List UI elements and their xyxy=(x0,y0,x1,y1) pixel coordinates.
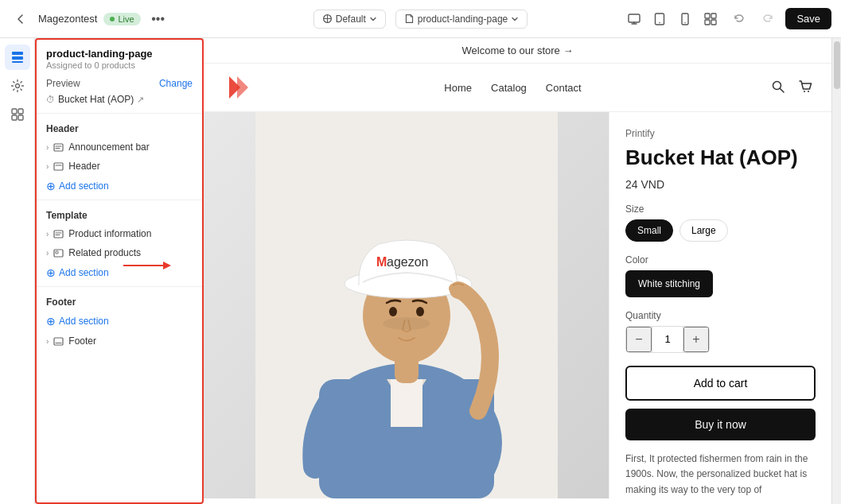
add-section-header-button[interactable]: ⊕ Add section xyxy=(37,176,202,196)
sidebar-settings-icon[interactable] xyxy=(5,73,30,99)
svg-rect-35 xyxy=(391,379,422,427)
nav-contact[interactable]: Contact xyxy=(546,82,582,94)
theme-selector[interactable]: Default xyxy=(313,10,386,29)
header-group-label: Header xyxy=(37,117,202,138)
color-options: White stitching xyxy=(625,270,816,297)
page-selector[interactable]: product-landing-page xyxy=(395,10,528,29)
sidebar-item-product-information[interactable]: › Product information xyxy=(37,224,202,243)
footer-label: Footer xyxy=(68,335,96,347)
sidebar-item-related-products[interactable]: › Related products xyxy=(37,243,202,262)
mobile-icon-btn[interactable] xyxy=(674,8,696,30)
topbar-center: Default product-landing-page xyxy=(286,10,555,29)
template-group-label: Template xyxy=(37,204,202,224)
product-section: M agezon xyxy=(204,112,831,498)
left-panel: product-landing-page Assigned to 0 produ… xyxy=(35,38,204,504)
panel-header: product-landing-page Assigned to 0 produ… xyxy=(37,40,202,73)
live-dot xyxy=(110,17,115,21)
product-name: Bucket Hat (AOP) xyxy=(625,145,816,170)
footer-group-label: Footer xyxy=(37,290,202,311)
undo-button[interactable] xyxy=(728,8,750,30)
quantity-value: 1 xyxy=(652,327,683,352)
buy-now-button[interactable]: Buy it now xyxy=(625,409,816,440)
cart-icon[interactable] xyxy=(798,79,812,96)
color-white-stitching-button[interactable]: White stitching xyxy=(625,270,713,297)
size-label: Size xyxy=(625,204,816,215)
svg-point-40 xyxy=(383,317,430,330)
product-details: Printify Bucket Hat (AOP) 24 VND Size Sm… xyxy=(609,112,831,498)
svg-rect-11 xyxy=(12,56,23,60)
header-group: Header › Announcement bar › Header ⊕ Add… xyxy=(37,117,202,196)
svg-point-30 xyxy=(808,91,809,92)
panel-subtitle: Assigned to 0 products xyxy=(46,60,193,70)
panel-title: product-landing-page xyxy=(46,48,193,60)
announcement-bar-label: Announcement bar xyxy=(68,142,149,153)
svg-point-3 xyxy=(660,21,661,23)
svg-point-5 xyxy=(685,21,686,22)
more-button[interactable]: ••• xyxy=(147,8,169,30)
search-icon[interactable] xyxy=(771,79,785,96)
divider-2 xyxy=(37,200,202,200)
size-small-button[interactable]: Small xyxy=(625,219,673,242)
sidebar-apps-icon[interactable] xyxy=(5,102,30,127)
grid-icon-btn[interactable] xyxy=(699,8,722,30)
chevron-icon: › xyxy=(46,249,49,258)
product-description: First, It protected fishermen from rain … xyxy=(625,452,816,498)
svg-rect-19 xyxy=(54,163,63,170)
svg-point-29 xyxy=(804,91,805,92)
preview-item: ⏱ Bucket Hat (AOP) ↗ xyxy=(46,94,144,105)
svg-marker-27 xyxy=(237,76,248,99)
preview-row: Preview Change xyxy=(37,73,202,94)
quantity-increase-button[interactable]: + xyxy=(683,327,709,352)
svg-rect-16 xyxy=(12,115,17,120)
save-button[interactable]: Save xyxy=(785,8,831,29)
change-link[interactable]: Change xyxy=(159,78,193,89)
main-layout: product-landing-page Assigned to 0 produ… xyxy=(0,38,841,504)
nav-home[interactable]: Home xyxy=(444,82,472,94)
redo-button[interactable] xyxy=(757,8,779,30)
size-options: Small Large xyxy=(625,219,816,242)
nav-links: Home Catalog Contact xyxy=(444,82,581,94)
svg-rect-1 xyxy=(629,14,640,22)
app-name: Magezontest xyxy=(38,13,97,25)
add-section-template-button[interactable]: ⊕ Add section xyxy=(37,262,202,283)
chevron-icon: › xyxy=(46,337,49,346)
store-nav: Home Catalog Contact xyxy=(204,64,831,112)
nav-actions xyxy=(771,79,812,96)
divider-3 xyxy=(37,286,202,287)
plus-circle-icon: ⊕ xyxy=(46,266,56,279)
product-information-label: Product information xyxy=(68,228,151,239)
svg-rect-22 xyxy=(56,251,58,254)
quantity-decrease-button[interactable]: − xyxy=(626,327,652,352)
svg-rect-7 xyxy=(711,14,716,18)
sidebar-icons xyxy=(0,38,35,504)
plus-circle-icon: ⊕ xyxy=(46,180,56,192)
tablet-icon-btn[interactable] xyxy=(648,8,671,30)
svg-rect-15 xyxy=(18,109,23,114)
size-large-button[interactable]: Large xyxy=(679,219,728,242)
back-button[interactable] xyxy=(10,8,32,30)
scrollbar-track xyxy=(831,38,841,504)
sidebar-item-announcement-bar[interactable]: › Announcement bar xyxy=(37,138,202,157)
section-icon xyxy=(53,248,64,258)
svg-text:agezon: agezon xyxy=(387,255,429,269)
desktop-icon-btn[interactable] xyxy=(623,8,645,30)
chevron-icon: › xyxy=(46,230,49,238)
preview-item-row: ⏱ Bucket Hat (AOP) ↗ xyxy=(37,94,202,110)
svg-rect-8 xyxy=(705,20,710,25)
add-to-cart-button[interactable]: Add to cart xyxy=(625,366,816,401)
device-icons xyxy=(623,8,722,30)
chevron-icon: › xyxy=(46,143,49,152)
svg-point-39 xyxy=(416,307,424,316)
external-link-icon[interactable]: ↗ xyxy=(137,95,144,105)
scrollbar-thumb[interactable] xyxy=(834,41,840,89)
svg-point-13 xyxy=(15,84,19,88)
svg-rect-6 xyxy=(705,14,710,18)
brand-name: Printify xyxy=(625,128,816,139)
sidebar-sections-icon[interactable] xyxy=(5,45,30,70)
sidebar-item-footer[interactable]: › Footer xyxy=(37,331,202,351)
quantity-row: − 1 + xyxy=(625,326,710,353)
add-section-footer-button[interactable]: ⊕ Add section xyxy=(37,311,202,331)
nav-catalog[interactable]: Catalog xyxy=(491,82,527,94)
section-icon xyxy=(53,229,64,239)
sidebar-item-header[interactable]: › Header xyxy=(37,157,202,176)
